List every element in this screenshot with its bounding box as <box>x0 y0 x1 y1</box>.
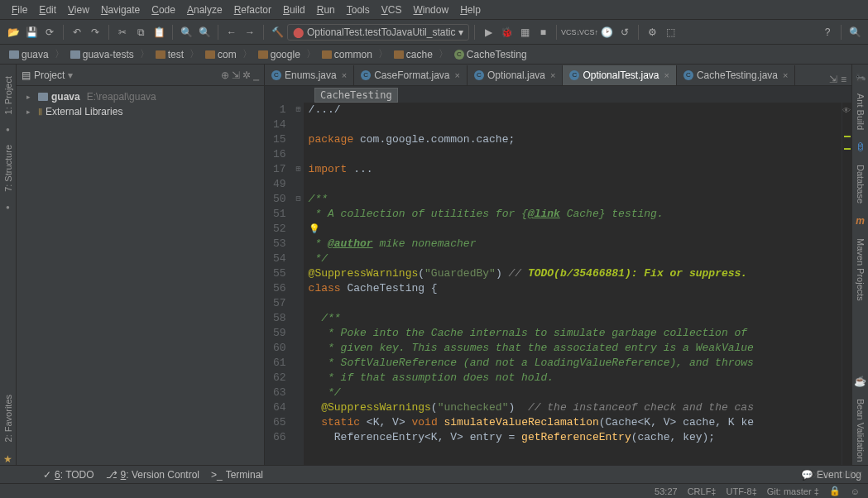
forward-icon[interactable]: → <box>242 24 258 41</box>
breadcrumb-guava-tests[interactable]: guava-tests <box>68 48 137 61</box>
vcs-update-icon[interactable]: VCS↓ <box>562 24 578 41</box>
favorites-tool-tab[interactable]: 2: Favorites <box>2 391 15 445</box>
breadcrumb-test[interactable]: test <box>153 48 186 61</box>
file-encoding[interactable]: UTF-8‡ <box>726 486 756 496</box>
hide-icon[interactable]: ⎯ <box>253 69 259 81</box>
editor-scrollbar[interactable]: 👁 <box>842 103 851 465</box>
chevron-down-icon[interactable]: ▾ <box>68 69 73 81</box>
editor-breadcrumb[interactable]: CacheTesting <box>314 88 398 103</box>
right-tool-window-bar: 🐜 Ant Build 🛢 Database m Maven Projects … <box>851 65 868 465</box>
undo-icon[interactable]: ↶ <box>69 24 85 41</box>
breadcrumb-google[interactable]: google <box>256 48 303 61</box>
gear-icon[interactable]: ✲ <box>242 69 251 81</box>
watermark: ©51CTO博客 <box>809 469 863 481</box>
menu-refactor[interactable]: Refactor <box>229 2 276 17</box>
breadcrumb-cachetesting[interactable]: CCacheTesting <box>452 48 530 61</box>
project-tool-tab[interactable]: 1: Project <box>2 73 15 117</box>
code-content[interactable]: /.../ package com.google.common.cache; i… <box>304 103 842 465</box>
menu-edit[interactable]: Edit <box>34 2 61 17</box>
structure-icon[interactable]: ⚙ <box>644 24 660 41</box>
back-icon[interactable]: ← <box>223 24 240 41</box>
close-icon[interactable]: × <box>664 70 669 80</box>
sdk-icon[interactable]: ⬚ <box>662 24 679 41</box>
close-icon[interactable]: × <box>342 70 347 80</box>
tool-window-version-control[interactable]: ⎇9: Version Control <box>106 469 199 481</box>
project-panel-header: ▤ Project ▾ ⊕ ⇲ ✲ ⎯ <box>17 65 264 86</box>
run-icon[interactable]: ▶ <box>480 24 496 41</box>
copy-icon[interactable]: ⧉ <box>132 24 149 41</box>
ant-build-tool-tab[interactable]: Ant Build <box>854 90 867 133</box>
maven-tool-tab[interactable]: Maven Projects <box>854 235 867 304</box>
breadcrumb-cache[interactable]: cache <box>391 48 435 61</box>
tree-item-external-libraries[interactable]: ▸⫴External Libraries <box>17 104 264 119</box>
tool-window-todo[interactable]: ✓6: TODO <box>43 469 94 481</box>
stop-icon[interactable]: ■ <box>535 24 551 41</box>
close-icon[interactable]: × <box>455 70 460 80</box>
coverage-icon[interactable]: ▦ <box>516 24 533 41</box>
build-icon[interactable]: 🔨 <box>269 24 285 41</box>
breadcrumb-separator: 〉 <box>439 47 448 61</box>
menu-vcs[interactable]: VCS <box>376 2 407 17</box>
breadcrumb-common[interactable]: common <box>319 48 375 61</box>
menu-view[interactable]: View <box>63 2 94 17</box>
debug-icon[interactable]: 🐞 <box>498 24 515 41</box>
breadcrumb-guava[interactable]: guava <box>7 48 51 61</box>
menu-window[interactable]: Window <box>408 2 453 17</box>
tab-overflow-icon[interactable]: ⇲ <box>829 74 837 85</box>
left-tool-window-bar: 1: Project ● 7: Structure ● 2: Favorites… <box>0 65 17 465</box>
close-icon[interactable]: × <box>783 70 788 80</box>
vcs-commit-icon[interactable]: VCS↑ <box>580 24 597 41</box>
line-separator[interactable]: CRLF‡ <box>688 486 717 496</box>
tab-list-icon[interactable]: ≡ <box>841 74 846 85</box>
structure-tool-tab[interactable]: 7: Structure <box>2 141 15 195</box>
main-area: 1: Project ● 7: Structure ● 2: Favorites… <box>0 65 868 465</box>
tree-item-guava[interactable]: ▸guavaE:\reapal\guava <box>17 89 264 104</box>
bullet-icon: ● <box>6 204 10 211</box>
fold-gutter[interactable]: ⊞⊞⊟ <box>294 103 304 465</box>
cut-icon[interactable]: ✂ <box>114 24 131 41</box>
find-icon[interactable]: 🔍 <box>178 24 194 41</box>
menu-analyze[interactable]: Analyze <box>182 2 228 17</box>
tab-caseformat-java[interactable]: CCaseFormat.java× <box>354 65 468 85</box>
target-icon[interactable]: ⊕ <box>221 69 229 81</box>
lock-icon[interactable]: 🔒 <box>829 486 841 496</box>
star-icon: ★ <box>3 453 12 465</box>
tab-cachetesting-java[interactable]: CCacheTesting.java× <box>677 65 796 85</box>
breadcrumb-separator: 〉 <box>306 47 316 61</box>
collapse-icon[interactable]: ⇲ <box>232 69 240 81</box>
tool-window-terminal[interactable]: >_Terminal <box>211 469 263 481</box>
git-branch[interactable]: Git: master ‡ <box>767 486 819 496</box>
hector-icon[interactable]: ☺ <box>851 486 860 496</box>
menu-navigate[interactable]: Navigate <box>96 2 145 17</box>
sync-icon[interactable]: ⟳ <box>41 24 58 41</box>
tab-enums-java[interactable]: CEnums.java× <box>265 65 354 85</box>
tab-optionaltest-java[interactable]: COptionalTest.java× <box>563 65 677 85</box>
menu-run[interactable]: Run <box>312 2 340 17</box>
menu-tools[interactable]: Tools <box>342 2 375 17</box>
paste-icon[interactable]: 📋 <box>151 24 167 41</box>
project-panel: ▤ Project ▾ ⊕ ⇲ ✲ ⎯ ▸guavaE:\reapal\guav… <box>17 65 265 465</box>
inspection-eye-icon[interactable]: 👁 <box>842 104 851 119</box>
menu-file[interactable]: File <box>7 2 32 17</box>
run-config-selector[interactable]: ⬤ OptionalTest.testToJavaUtil_static ▾ <box>287 24 469 41</box>
breadcrumb-com[interactable]: com <box>203 48 239 61</box>
project-tree[interactable]: ▸guavaE:\reapal\guava▸⫴External Librarie… <box>17 86 264 122</box>
redo-icon[interactable]: ↷ <box>87 24 103 41</box>
tab-optional-java[interactable]: COptional.java× <box>468 65 563 85</box>
save-icon[interactable]: 💾 <box>23 24 40 41</box>
caret-position[interactable]: 53:27 <box>655 486 678 496</box>
replace-icon[interactable]: 🔍 <box>196 24 213 41</box>
vcs-history-icon[interactable]: 🕑 <box>598 24 615 41</box>
search-everywhere-icon[interactable]: 🔍 <box>846 24 863 41</box>
vcs-revert-icon[interactable]: ↺ <box>616 24 633 41</box>
menu-code[interactable]: Code <box>146 2 180 17</box>
editor-area: CEnums.java×CCaseFormat.java×COptional.j… <box>265 65 851 465</box>
bean-validation-tool-tab[interactable]: Bean Validation <box>854 395 867 465</box>
database-tool-tab[interactable]: Database <box>854 161 867 207</box>
help-icon[interactable]: ? <box>819 24 836 41</box>
open-icon[interactable]: 📂 <box>5 24 22 41</box>
menu-help[interactable]: Help <box>455 2 486 17</box>
code-editor[interactable]: 1141516174950515253545556575859606162636… <box>265 103 851 465</box>
close-icon[interactable]: × <box>550 70 555 80</box>
menu-build[interactable]: Build <box>278 2 310 17</box>
